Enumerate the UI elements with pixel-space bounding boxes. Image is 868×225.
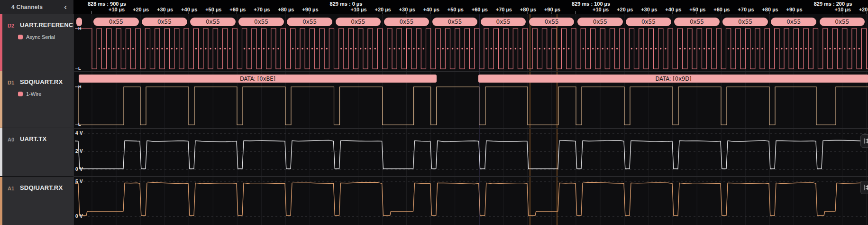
analyzer-chip[interactable]: Async Serial [18,34,55,40]
decode-bubble[interactable]: 0x55 [190,18,236,26]
channel-color-stripe [0,177,2,225]
ruler-minor-label: +40 µs [665,7,681,12]
ruler-minor-tick [261,12,261,14]
ruler-minor-label: +90 µs [544,7,560,12]
decode-bubble[interactable]: 0x55 [238,18,284,26]
ruler-minor-label: +20 µs [859,7,868,12]
ruler-minor-label: +90 µs [786,7,802,12]
data-decode-bar[interactable]: DATA: [0x9D] [478,75,868,83]
channel-color-stripe [0,14,2,71]
ruler-minor-tick [672,12,673,14]
tune-scale-icon [863,184,868,191]
logic-analyzer-app: 828 ms : 900 µs+10 µs+20 µs+30 µs+40 µs+… [0,0,868,225]
decode-bubble[interactable]: 0x55 [481,18,526,26]
ruler-minor-label: +90 µs [302,7,318,12]
ruler-minor-tick [455,12,455,14]
ruler-minor-label: +80 µs [762,7,778,12]
decode-bubble[interactable]: 0x55 [93,18,139,26]
d2-low-level-label: L [75,66,81,71]
sidebar-channel-row-a0[interactable]: A0UART.TX [0,128,73,176]
ruler-minor-label: +60 µs [713,7,730,12]
voltage-label: 0 V [75,167,83,172]
ruler-major-tick [818,11,818,14]
decode-bubble[interactable]: 0x55 [722,18,768,26]
ruler-minor-tick [503,12,503,14]
ruler-minor-label: +20 µs [617,7,633,12]
ruler-minor-label: +30 µs [399,7,415,12]
channel-index-label: A0 [8,137,14,142]
sidebar-header: 4 Channels ‹ [0,0,73,14]
ruler-minor-tick [866,12,867,14]
timeline-ruler[interactable]: 828 ms : 900 µs+10 µs+20 µs+30 µs+40 µs+… [73,0,868,14]
channel-index-label: D1 [8,80,14,85]
analog-scale-button-a0[interactable] [860,134,868,148]
ruler-minor-tick [624,12,624,14]
channel-color-stripe [0,128,2,176]
data-decode-bar[interactable]: DATA: [0xBE] [79,75,437,83]
ruler-minor-tick [116,12,116,14]
plot-row-divider [74,176,868,177]
ruler-minor-label: +80 µs [278,7,294,12]
ruler-minor-label: +70 µs [738,7,754,12]
sidebar-channel-row-d2[interactable]: D2UART.REFERENCEAsync Serial [0,14,73,71]
ruler-minor-tick [430,12,431,14]
ruler-minor-tick [188,12,189,14]
decode-bubble[interactable]: 0x55 [384,18,429,26]
ruler-minor-label: +30 µs [157,7,173,12]
channel-title: SDQ/UART.RX [20,184,63,191]
decode-bubble[interactable]: 0x55 [287,18,332,26]
ruler-minor-label: +50 µs [448,7,464,12]
ruler-major-label: 829 ms : 100 µs [572,1,610,7]
ruler-major-tick [91,11,92,14]
ruler-minor-tick [358,12,358,14]
ruler-minor-tick [551,12,552,14]
ruler-minor-label: +60 µs [229,7,246,12]
decode-bubble[interactable]: 0x55 [529,18,575,26]
ruler-minor-label: +40 µs [181,7,197,12]
waveform-plot-area[interactable]: 4 V2 V0 V5 V0 V0x550x550x550x550x550x550… [73,14,868,225]
ruler-minor-label: +50 µs [205,7,221,12]
channel-color-stripe [0,71,2,128]
ruler-minor-label: +20 µs [133,7,149,12]
sidebar-channel-row-d1[interactable]: D1SDQ/UART.RX1-Wire [0,71,73,128]
decode-bubble[interactable]: 0x55 [771,18,816,26]
ruler-minor-tick [721,12,721,14]
decode-bubble[interactable]: 0x55 [336,18,381,26]
voltage-label: 5 V [75,179,83,184]
plot-row-divider [74,128,868,129]
d1-high-level-label: H [75,84,82,89]
ruler-minor-label: +10 µs [593,7,609,12]
ruler-minor-tick [237,12,237,14]
ruler-major-label: 829 ms : 200 µs [814,1,852,7]
sidebar-channel-row-a1[interactable]: A1SDQ/UART.RX [0,177,73,225]
decode-bubble[interactable]: 0x55 [674,18,720,26]
d1-digital-trace [75,87,868,125]
ruler-minor-label: +40 µs [423,7,439,12]
ruler-minor-label: +10 µs [109,7,125,12]
ruler-minor-label: +20 µs [375,7,391,12]
d1-low-level-label: L [75,122,81,127]
decode-bubble[interactable]: 0x55 [142,18,187,26]
ruler-minor-label: +10 µs [835,7,851,12]
ruler-minor-label: +70 µs [496,7,512,12]
ruler-minor-tick [696,12,697,14]
ruler-minor-tick [745,12,745,14]
analyzer-color-swatch [18,92,23,96]
ruler-minor-tick [794,12,794,14]
ruler-major-tick [576,11,576,14]
ruler-minor-label: +70 µs [254,7,270,12]
tune-scale-icon [863,138,868,144]
decode-bubble[interactable]: 0x55 [626,18,671,26]
analyzer-color-swatch [18,35,23,39]
a0-analog-trace [75,140,868,169]
decode-bubble[interactable]: 0x55 [577,18,623,26]
decode-bubble[interactable]: 0x55 [820,18,865,26]
analyzer-chip[interactable]: 1-Wire [18,91,41,97]
voltage-label: 0 V [75,214,83,219]
collapse-sidebar-icon[interactable]: ‹ [62,3,69,11]
decode-bubble[interactable]: 0x55 [432,18,478,26]
analog-scale-button-a1[interactable] [860,181,868,194]
decode-bubble-clipped[interactable] [76,18,82,26]
d2-high-level-label: H [75,26,82,31]
channel-index-label: A1 [8,186,14,191]
